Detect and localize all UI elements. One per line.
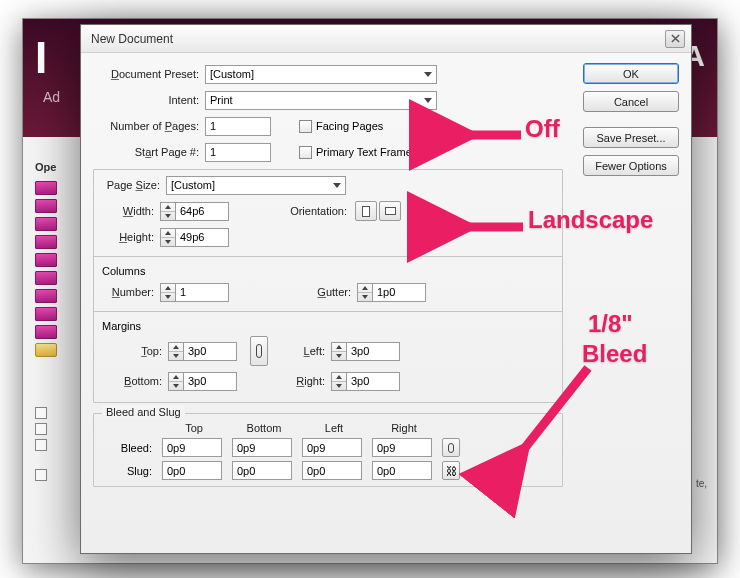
height-label: Height: <box>102 231 160 243</box>
dialog-titlebar[interactable]: New Document <box>81 25 691 53</box>
intent-value: Print <box>210 94 233 106</box>
bg-recent-item <box>35 289 57 303</box>
chevron-down-icon <box>424 72 432 77</box>
columns-heading: Columns <box>102 265 554 277</box>
chain-link-icon <box>448 443 454 453</box>
margin-bottom-label: Bottom: <box>102 375 168 387</box>
bg-recent-item <box>35 235 57 249</box>
gutter-stepper[interactable] <box>357 283 426 302</box>
slug-top-input[interactable] <box>162 461 222 480</box>
bleed-top-input[interactable] <box>162 438 222 457</box>
landscape-icon <box>385 207 396 215</box>
slug-right-input[interactable] <box>372 461 432 480</box>
margin-top-label: Top: <box>102 345 168 357</box>
slug-bottom-input[interactable] <box>232 461 292 480</box>
facing-pages-label: Facing Pages <box>316 120 383 132</box>
dialog-close-button[interactable] <box>665 30 685 48</box>
document-preset-value: [Custom] <box>210 68 254 80</box>
bg-checkbox <box>35 423 47 435</box>
num-pages-label: Number of Pages: <box>93 120 205 132</box>
height-input[interactable] <box>180 229 224 246</box>
bg-clipped-text: te, <box>696 478 707 489</box>
bleed-label: Bleed: <box>102 442 156 454</box>
num-pages-input[interactable] <box>205 117 271 136</box>
margin-top-stepper[interactable] <box>168 342 237 361</box>
page-size-label: Page Size: <box>102 179 166 191</box>
col-number-input[interactable] <box>180 284 224 301</box>
margin-left-label: Left: <box>281 345 331 357</box>
portrait-icon <box>362 206 370 217</box>
bg-recent-item <box>35 271 57 285</box>
margins-heading: Margins <box>102 320 554 332</box>
page-size-value: [Custom] <box>171 179 215 191</box>
bleed-left-input[interactable] <box>302 438 362 457</box>
bg-checkbox <box>35 439 47 451</box>
bg-recent-item <box>35 217 57 231</box>
bs-head-right: Right <box>372 422 436 434</box>
orientation-label: Orientation: <box>229 205 353 217</box>
gutter-label: Gutter: <box>229 286 357 298</box>
col-number-label: Number: <box>102 286 160 298</box>
bleed-bottom-input[interactable] <box>232 438 292 457</box>
start-page-label: Start Page #: <box>93 146 205 158</box>
bleed-link-button[interactable] <box>442 438 460 457</box>
bg-recent-item <box>35 325 57 339</box>
margin-right-stepper[interactable] <box>331 372 400 391</box>
width-input[interactable] <box>180 203 224 220</box>
chain-link-icon <box>256 344 262 358</box>
margin-left-input[interactable] <box>351 343 395 360</box>
document-preset-select[interactable]: [Custom] <box>205 65 437 84</box>
facing-pages-checkbox[interactable] <box>299 120 312 133</box>
margin-left-stepper[interactable] <box>331 342 400 361</box>
chevron-down-icon <box>424 98 432 103</box>
dialog-button-column: OK Cancel Save Preset... Fewer Options <box>583 63 679 183</box>
save-preset-button[interactable]: Save Preset... <box>583 127 679 148</box>
height-stepper[interactable] <box>160 228 229 247</box>
bg-open-folder <box>35 343 57 357</box>
bleed-slug-group: Bleed and Slug Top Bottom Left Right Ble… <box>93 413 563 487</box>
bleed-right-input[interactable] <box>372 438 432 457</box>
col-number-stepper[interactable] <box>160 283 229 302</box>
intent-select[interactable]: Print <box>205 91 437 110</box>
bg-recent-item <box>35 253 57 267</box>
bs-head-left: Left <box>302 422 366 434</box>
bg-app-logo: I <box>35 33 47 83</box>
bg-brand-text: Ad <box>43 89 60 105</box>
bg-recent-item <box>35 181 57 195</box>
margin-right-input[interactable] <box>351 373 395 390</box>
slug-left-input[interactable] <box>302 461 362 480</box>
margin-right-label: Right: <box>281 375 331 387</box>
doc-preset-label: Document Preset: <box>93 68 205 80</box>
orientation-landscape-button[interactable] <box>379 201 401 221</box>
bs-head-top: Top <box>162 422 226 434</box>
primary-text-frame-label: Primary Text Frame <box>316 146 412 158</box>
primary-text-frame-checkbox[interactable] <box>299 146 312 159</box>
width-label: Width: <box>102 205 160 217</box>
close-icon <box>671 34 680 43</box>
ok-button[interactable]: OK <box>583 63 679 84</box>
bg-recent-item <box>35 199 57 213</box>
margins-link-button[interactable] <box>250 336 268 366</box>
bg-recent-item <box>35 307 57 321</box>
width-stepper[interactable] <box>160 202 229 221</box>
gutter-input[interactable] <box>377 284 421 301</box>
new-document-dialog: New Document Document Preset: [Custom] I… <box>80 24 692 554</box>
unlink-icon: ⛓ <box>446 465 457 477</box>
margin-top-input[interactable] <box>188 343 232 360</box>
bs-head-bottom: Bottom <box>232 422 296 434</box>
page-size-select[interactable]: [Custom] <box>166 176 346 195</box>
start-page-input[interactable] <box>205 143 271 162</box>
cancel-button[interactable]: Cancel <box>583 91 679 112</box>
slug-link-button[interactable]: ⛓ <box>442 461 460 480</box>
bleed-slug-heading: Bleed and Slug <box>102 406 185 418</box>
chevron-down-icon <box>333 183 341 188</box>
page-size-group: Page Size: [Custom] Width: Orientation: <box>93 169 563 403</box>
fewer-options-button[interactable]: Fewer Options <box>583 155 679 176</box>
margin-bottom-input[interactable] <box>188 373 232 390</box>
slug-label: Slug: <box>102 465 156 477</box>
orientation-portrait-button[interactable] <box>355 201 377 221</box>
bg-checkbox <box>35 407 47 419</box>
bg-checkbox <box>35 469 47 481</box>
intent-label: Intent: <box>93 94 205 106</box>
margin-bottom-stepper[interactable] <box>168 372 237 391</box>
